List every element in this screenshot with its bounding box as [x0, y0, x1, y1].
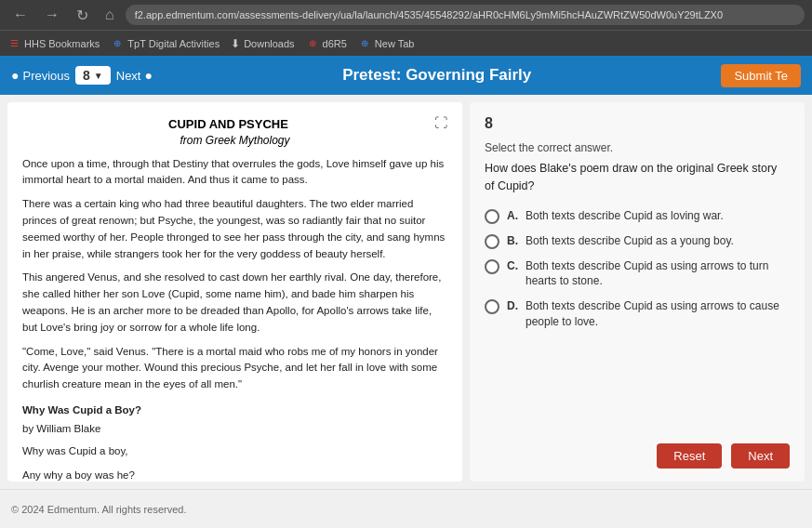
copyright-text: © 2024 Edmentum. All rights reserved.: [11, 504, 186, 515]
option-d[interactable]: D. Both texts describe Cupid as using ar…: [485, 298, 790, 330]
next-circle-icon: ●: [144, 68, 152, 83]
option-a-text: Both texts describe Cupid as loving war.: [526, 208, 724, 224]
option-b[interactable]: B. Both texts describe Cupid as a young …: [485, 233, 790, 249]
bookmark-tpt[interactable]: ⊕ TpT Digital Activities: [111, 37, 220, 50]
download-icon: ⬇: [231, 37, 240, 50]
app-header: ● Previous 8 ▼ Next ● Pretest: Governing…: [0, 56, 812, 95]
bookmark-tpt-label: TpT Digital Activities: [127, 38, 220, 49]
option-c-letter: C.: [507, 259, 518, 272]
question-number-display: 8 ▼: [75, 66, 111, 85]
downloads-label: Downloads: [244, 38, 294, 49]
prev-next-area: ● Previous 8 ▼ Next ●: [11, 66, 153, 85]
footer: © 2024 Edmentum. All rights reserved.: [0, 489, 812, 528]
next-action-button[interactable]: Next: [731, 443, 790, 469]
bookmark-tpt-icon: ⊕: [111, 37, 124, 50]
poem-line-1: Why was Cupid a boy,: [22, 443, 447, 460]
chevron-down-icon: ▼: [94, 71, 103, 81]
next-label: Next: [116, 69, 141, 83]
passage-para-3: This angered Venus, and she resolved to …: [22, 270, 447, 336]
passage-panel: ⛶ CUPID AND PSYCHE from Greek Mythology …: [7, 102, 462, 482]
option-a[interactable]: A. Both texts describe Cupid as loving w…: [485, 208, 790, 224]
expand-icon[interactable]: ⛶: [434, 115, 447, 130]
option-c[interactable]: C. Both texts describe Cupid as using ar…: [485, 258, 790, 290]
question-text: How does Blake's poem draw on the origin…: [485, 160, 790, 195]
answer-options: A. Both texts describe Cupid as loving w…: [485, 208, 790, 330]
refresh-button[interactable]: ↻: [71, 5, 94, 26]
option-c-text: Both texts describe Cupid as using arrow…: [526, 258, 790, 290]
passage-para-2: There was a certain king who had three b…: [22, 196, 447, 262]
option-d-letter: D.: [507, 299, 518, 312]
bookmarks-bar: ☰ HHS Bookmarks ⊕ TpT Digital Activities…: [0, 30, 812, 56]
passage-subtitle: from Greek Mythology: [22, 134, 447, 147]
submit-button[interactable]: Submit Te: [721, 64, 801, 87]
passage-para-4: "Come, Love," said Venus. "There is a mo…: [22, 344, 447, 393]
poem-line-2: Any why a boy was he?: [22, 468, 447, 482]
passage-title: CUPID AND PSYCHE: [22, 115, 447, 134]
poem-title: Why Was Cupid a Boy?: [22, 403, 447, 419]
d6r5-icon: ⊕: [306, 37, 319, 50]
prev-circle-icon: ●: [11, 68, 19, 83]
home-button[interactable]: ⌂: [100, 5, 120, 25]
previous-label: Previous: [22, 69, 70, 83]
bookmark-d6r5[interactable]: ⊕ d6R5: [306, 37, 347, 50]
previous-button[interactable]: ● Previous: [11, 68, 70, 83]
question-panel: 8 Select the correct answer. How does Bl…: [470, 102, 805, 482]
option-b-text: Both texts describe Cupid as a young boy…: [526, 233, 734, 249]
address-bar[interactable]: f2.app.edmentum.com/assessments-delivery…: [126, 5, 805, 25]
main-content: ⛶ CUPID AND PSYCHE from Greek Mythology …: [0, 95, 812, 489]
downloads-button[interactable]: ⬇ Downloads: [231, 37, 294, 50]
page-title: Pretest: Governing Fairly: [160, 66, 713, 85]
bookmark-hhs-icon: ☰: [7, 37, 20, 50]
d6r5-label: d6R5: [323, 38, 347, 49]
poem-author: by William Blake: [22, 421, 447, 438]
option-d-text: Both texts describe Cupid as using arrow…: [526, 298, 790, 330]
passage-para-1: Once upon a time, through that Destiny t…: [22, 156, 447, 190]
radio-b[interactable]: [485, 234, 499, 249]
option-a-letter: A.: [507, 209, 518, 222]
back-button[interactable]: ←: [7, 5, 33, 25]
select-answer-label: Select the correct answer.: [485, 141, 790, 154]
radio-d[interactable]: [485, 299, 499, 314]
browser-chrome: ← → ↻ ⌂ f2.app.edmentum.com/assessments-…: [0, 0, 812, 30]
address-text: f2.app.edmentum.com/assessments-delivery…: [135, 9, 723, 20]
passage-text: Once upon a time, through that Destiny t…: [22, 156, 447, 482]
next-button[interactable]: Next ●: [116, 68, 153, 83]
radio-c[interactable]: [485, 259, 499, 274]
reset-button[interactable]: Reset: [657, 443, 722, 469]
new-tab-item[interactable]: ⊕ New Tab: [358, 37, 415, 50]
forward-button[interactable]: →: [39, 5, 65, 25]
radio-a[interactable]: [485, 209, 499, 224]
new-tab-label: New Tab: [375, 38, 415, 49]
question-num-value: 8: [83, 68, 90, 83]
new-tab-icon: ⊕: [358, 37, 371, 50]
question-number-badge: 8: [485, 115, 790, 132]
bookmark-hhs[interactable]: ☰ HHS Bookmarks: [7, 37, 100, 50]
option-b-letter: B.: [507, 234, 518, 247]
action-buttons: Reset Next: [485, 429, 790, 469]
bookmark-hhs-label: HHS Bookmarks: [24, 38, 100, 49]
